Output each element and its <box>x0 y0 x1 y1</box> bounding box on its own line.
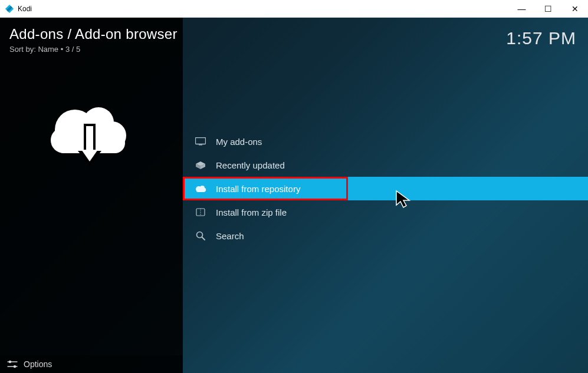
window-maximize-button[interactable]: ☐ <box>535 0 561 18</box>
kodi-logo-icon <box>5 4 14 14</box>
box-open-icon <box>192 160 209 170</box>
svg-point-26 <box>9 361 11 363</box>
menu-item-label: Search <box>216 231 244 241</box>
sort-prefix: Sort by: <box>9 45 38 54</box>
svg-rect-9 <box>86 126 93 151</box>
svg-rect-12 <box>199 144 202 145</box>
cloud-download-icon <box>42 94 137 189</box>
window-close-button[interactable]: ✕ <box>561 0 588 18</box>
minimize-glyph: — <box>518 4 526 14</box>
menu-item-label: Install from zip file <box>216 207 287 217</box>
svg-line-23 <box>202 237 205 240</box>
window-titlebar: Kodi — ☐ ✕ <box>0 0 588 18</box>
sort-count: 3 / 5 <box>65 45 80 54</box>
svg-rect-11 <box>196 138 206 144</box>
sort-separator: • <box>58 45 65 54</box>
window-minimize-button[interactable]: — <box>508 0 535 18</box>
menu-item-recently-updated[interactable]: Recently updated <box>183 153 588 177</box>
svg-point-27 <box>14 365 16 368</box>
menu-list: My add-ons Recently updated Install from… <box>183 130 588 247</box>
menu-item-label: My add-ons <box>216 137 262 147</box>
window-title: Kodi <box>18 5 32 13</box>
cloud-icon <box>192 184 209 193</box>
menu-item-my-addons[interactable]: My add-ons <box>183 130 588 153</box>
clock: 1:57 PM <box>506 28 576 48</box>
options-label: Options <box>24 359 52 369</box>
search-icon <box>192 230 209 241</box>
menu-item-install-from-repository[interactable]: Install from repository <box>183 177 588 200</box>
sliders-icon <box>6 360 19 368</box>
svg-rect-19 <box>196 189 205 192</box>
menu-item-label: Recently updated <box>216 160 285 170</box>
menu-item-label: Install from repository <box>216 184 300 194</box>
maximize-glyph: ☐ <box>544 4 552 14</box>
zip-file-icon <box>192 207 209 217</box>
breadcrumb: Add-ons / Add-on browser <box>9 26 178 42</box>
menu-item-install-from-zip[interactable]: Install from zip file <box>183 200 588 224</box>
app-body: Add-ons / Add-on browser Sort by: Name •… <box>0 18 588 373</box>
left-panel <box>0 18 183 373</box>
sort-line[interactable]: Sort by: Name • 3 / 5 <box>9 45 80 54</box>
options-button[interactable]: Options <box>0 355 183 373</box>
sort-field: Name <box>38 45 58 54</box>
menu-item-search[interactable]: Search <box>183 224 588 247</box>
display-icon <box>192 137 209 146</box>
close-glyph: ✕ <box>571 4 579 14</box>
